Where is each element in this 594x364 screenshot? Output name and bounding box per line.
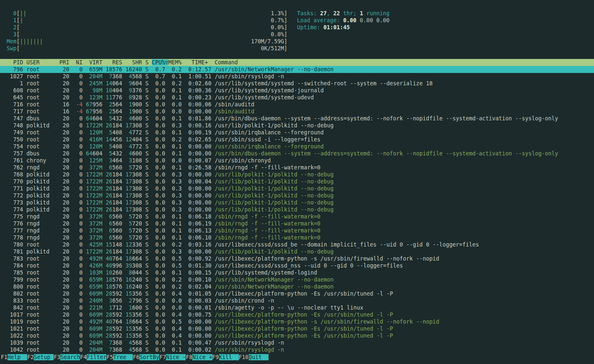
process-row[interactable]: 608 root 20 0 98M 10404 9376 S 0.0 0.1 0… bbox=[0, 87, 594, 94]
process-row[interactable]: 781 polkitd 20 0 1722M 26184 17308 S 0.0… bbox=[0, 248, 594, 255]
shr-cell: 5 bbox=[125, 221, 132, 227]
process-table-header[interactable]: PID USER PRI NI VIRT RES SHR S CPU%▽MEM%… bbox=[0, 59, 594, 66]
process-row[interactable]: 799 root 20 0 659M 18576 16240 S 0.0 0.2… bbox=[0, 276, 594, 283]
fkey-f6[interactable]: F6SortBy bbox=[133, 354, 159, 360]
meter-value: 0K/512M bbox=[20, 45, 284, 52]
fkey-f2[interactable]: F2Setup bbox=[27, 354, 54, 360]
res-cell: 3 bbox=[106, 298, 112, 304]
process-row[interactable]: 747 dbus 20 0 64604 5432 4600 S 0.0 0.1 … bbox=[0, 115, 594, 122]
process-row[interactable]: 776 rngd 20 0 372M 6560 5720 S 0.0 0.1 0… bbox=[0, 220, 594, 227]
nice-cell bbox=[82, 235, 86, 241]
process-row[interactable]: 796 root 20 0 659M 18576 16240 S 0.7 0.2… bbox=[0, 66, 594, 73]
process-row[interactable]: 749 root 20 0 120M 5408 4772 S 0.0 0.1 0… bbox=[0, 129, 594, 136]
mem-cell: 0.1 bbox=[168, 73, 185, 80]
process-row[interactable]: 778 rngd 20 0 372M 6560 5720 S 0.0 0.1 0… bbox=[0, 234, 594, 241]
process-row[interactable]: 833 root 20 0 240M 3656 2796 S 0.0 0.0 0… bbox=[0, 297, 594, 304]
process-row[interactable]: 768 polkitd 20 0 1722M 26184 17308 S 0.0… bbox=[0, 171, 594, 178]
shr-cell: 17 bbox=[125, 178, 132, 185]
process-row[interactable]: 1017 root 20 0 609M 28592 15356 S 0.0 0.… bbox=[0, 311, 594, 318]
process-row[interactable]: 772 polkitd 20 0 1722M 26184 17308 S 0.0… bbox=[0, 192, 594, 199]
process-row[interactable]: 716 root 16 -4 67956 2564 1900 S 0.0 0.0… bbox=[0, 101, 594, 108]
process-row[interactable]: 1 root 20 0 245M 14064 9604 S 0.0 0.2 0:… bbox=[0, 80, 594, 87]
nice-cell: 0 bbox=[73, 235, 82, 241]
virt-cell: 659M bbox=[86, 66, 102, 73]
user-cell: polkitd bbox=[26, 207, 59, 213]
command-cell: /usr/lib/polkit-1/polkitd --no-debug bbox=[215, 193, 334, 199]
fkey-f3[interactable]: F3Search bbox=[54, 354, 80, 360]
process-row[interactable]: 717 root 16 -4 67956 2564 1900 S 0.0 0.0… bbox=[0, 108, 594, 115]
tasks-summary-text: 27 bbox=[320, 10, 327, 16]
command-cell: /usr/sbin/NetworkManager --no-daemon bbox=[215, 277, 334, 283]
process-row[interactable]: 1042 root 20 0 204M 7368 4568 S 0.0 0.1 … bbox=[0, 346, 594, 353]
uptime-text: 01:01:45 bbox=[323, 24, 350, 31]
virt-cell: 372M bbox=[86, 221, 102, 227]
process-row[interactable]: 784 root 20 0 426M 40996 39308 S 0.0 0.5… bbox=[0, 262, 594, 269]
pid-cell: 1027 bbox=[7, 73, 26, 80]
process-row[interactable]: 773 polkitd 20 0 1722M 26184 17308 S 0.0… bbox=[0, 199, 594, 206]
command-cell: /usr/lib/systemd/systemd-udevd bbox=[215, 94, 314, 101]
process-row[interactable]: 800 root 20 0 659M 18576 16240 S 0.0 0.2… bbox=[0, 283, 594, 290]
process-row[interactable]: 771 polkitd 20 0 1722M 26184 17308 S 0.0… bbox=[0, 185, 594, 192]
time-cell: 0:06.18 bbox=[185, 214, 214, 220]
res-cell: 7 bbox=[106, 347, 112, 353]
process-row[interactable]: 645 root 20 0 123M 11776 8928 S 0.0 0.1 … bbox=[0, 94, 594, 101]
process-row[interactable]: 777 rngd 20 0 372M 6560 5720 S 0.0 0.1 0… bbox=[0, 227, 594, 234]
header-right-columns[interactable]: MEM% TIME+ Command bbox=[168, 59, 238, 66]
process-row[interactable]: 774 polkitd 20 0 1722M 26184 17308 S 0.0… bbox=[0, 206, 594, 213]
fkey-f8[interactable]: F8Nice + bbox=[186, 354, 212, 360]
fkey-f4[interactable]: F4Filter bbox=[80, 354, 106, 360]
process-row[interactable]: 1027 root 20 0 204M 7368 4568 S 0.7 0.1 … bbox=[0, 73, 594, 80]
process-row[interactable]: 754 root 20 0 120M 5408 4772 S 0.0 0.1 0… bbox=[0, 143, 594, 150]
fkey-f7[interactable]: F7Nice - bbox=[159, 354, 186, 360]
column-header-cpu-sort[interactable]: CPU%▽ bbox=[152, 59, 168, 66]
process-row[interactable]: 802 root 20 0 609M 28592 15356 S 0.0 0.4… bbox=[0, 290, 594, 297]
process-row[interactable]: 762 rngd 20 0 372M 6560 5720 S 0.0 0.1 0… bbox=[0, 164, 594, 171]
state-cell: S bbox=[145, 312, 152, 318]
process-row[interactable]: 1019 root 20 0 492M 40764 18664 S 0.0 0.… bbox=[0, 318, 594, 325]
virt-cell: 240M bbox=[86, 298, 102, 304]
shr-cell: 2 bbox=[125, 298, 132, 304]
process-row[interactable]: 1021 root 20 0 609M 28592 15356 S 0.0 0.… bbox=[0, 325, 594, 332]
process-row[interactable]: 780 root 20 0 425M 15148 12336 S 0.0 0.2… bbox=[0, 241, 594, 248]
state-cell: S bbox=[145, 235, 152, 241]
res-cell: 18 bbox=[106, 284, 112, 290]
shr-cell: 5 bbox=[125, 214, 132, 220]
process-row[interactable]: 761 chrony 20 0 125M 3464 3108 S 0.0 0.0… bbox=[0, 157, 594, 164]
process-row[interactable]: 757 dbus 20 0 64604 5432 4600 S 0.0 0.1 … bbox=[0, 150, 594, 157]
process-row[interactable]: 750 root 20 0 416M 14456 12404 S 0.0 0.2… bbox=[0, 136, 594, 143]
header-left-columns[interactable]: PID USER PRI NI VIRT RES SHR S bbox=[7, 59, 152, 66]
virt-cell: 956 bbox=[92, 108, 102, 115]
res-cell: 464 bbox=[112, 157, 122, 164]
state-cell: S bbox=[145, 129, 152, 136]
load-average-text: 0.00 bbox=[376, 17, 389, 23]
process-row[interactable]: 842 root 20 0 221M 1712 1600 S 0.0 0.0 0… bbox=[0, 304, 594, 311]
cpu-cell: 0.0 bbox=[152, 221, 168, 227]
fkey-f5[interactable]: F5Tree bbox=[106, 354, 133, 360]
time-cell: 0:00.07 bbox=[185, 157, 214, 164]
fkey-number: F9 bbox=[212, 354, 219, 360]
shr-cell: 8 bbox=[125, 94, 132, 101]
res-cell: 5 bbox=[106, 129, 112, 136]
fkey-f9[interactable]: F9Kill bbox=[212, 354, 239, 360]
virt-cell: 659M bbox=[86, 284, 102, 290]
process-row[interactable]: 748 polkitd 20 0 1722M 26184 17308 S 0.0… bbox=[0, 122, 594, 129]
res-cell: 6 bbox=[106, 235, 112, 241]
mem-cell: 0.0 bbox=[168, 108, 185, 115]
process-row[interactable]: 770 polkitd 20 0 1722M 26184 17308 S 0.0… bbox=[0, 178, 594, 185]
state-cell: S bbox=[145, 333, 152, 339]
pid-cell: 716 bbox=[7, 101, 26, 108]
fkey-f10[interactable]: F10Quit bbox=[239, 354, 269, 360]
process-row[interactable]: 1022 root 20 0 609M 28592 15356 S 0.0 0.… bbox=[0, 332, 594, 339]
process-row[interactable]: 775 rngd 20 0 372M 6560 5720 S 0.0 0.1 0… bbox=[0, 213, 594, 220]
process-row[interactable]: 1039 root 20 0 204M 7368 4568 S 0.0 0.1 … bbox=[0, 339, 594, 346]
time-cell: 0:00.00 bbox=[185, 171, 214, 178]
process-row[interactable]: 785 root 20 0 103M 10260 8044 S 0.0 0.1 … bbox=[0, 269, 594, 276]
res-cell: 576 bbox=[112, 66, 122, 73]
process-row[interactable]: 783 root 20 0 492M 40764 18664 S 0.0 0.5… bbox=[0, 255, 594, 262]
virt-cell: 604 bbox=[92, 150, 102, 157]
fkey-f1[interactable]: F1Help bbox=[1, 354, 27, 360]
nice-cell bbox=[82, 115, 86, 122]
cpu-cell: 0.0 bbox=[152, 270, 168, 276]
priority-cell: 20 bbox=[59, 221, 73, 227]
meter-bars: || bbox=[20, 10, 26, 16]
